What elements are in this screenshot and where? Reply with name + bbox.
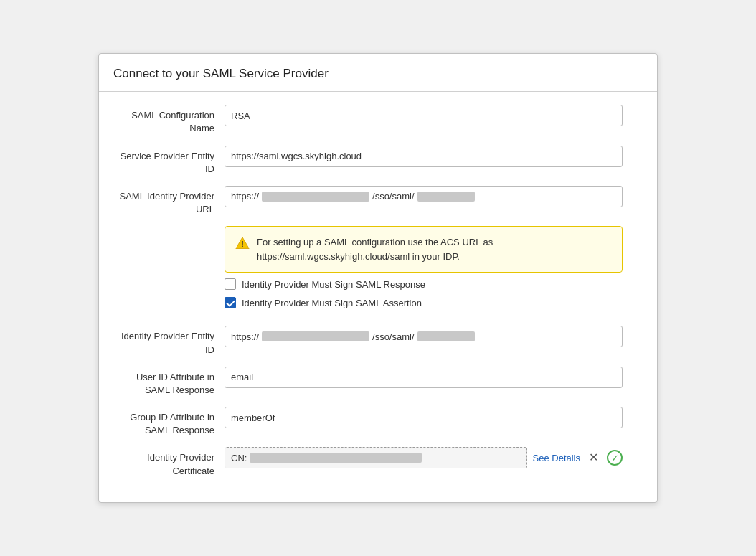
idp-entity-id-redacted-1 — [262, 331, 369, 341]
sign-response-checkbox[interactable] — [225, 278, 236, 290]
saml-idp-url-control: https:// /sso/saml/ — [225, 186, 623, 207]
see-details-link[interactable]: See Details — [533, 453, 580, 463]
idp-entity-id-label: Identity Provider Entity ID — [113, 326, 225, 356]
warning-label-spacer — [113, 226, 225, 230]
saml-config-name-label: SAML Configuration Name — [113, 105, 225, 135]
checkboxes-control: Identity Provider Must Sign SAML Respons… — [225, 278, 623, 316]
idp-cert-control: CN: See Details ✕ ✓ — [225, 447, 623, 468]
warning-control: ! For setting up a SAML configuration us… — [225, 226, 623, 275]
warning-row: ! For setting up a SAML configuration us… — [113, 226, 643, 275]
saml-config-name-row: SAML Configuration Name — [113, 105, 643, 135]
saml-idp-url-display: https:// /sso/saml/ — [225, 186, 623, 207]
checkboxes-label-spacer — [113, 278, 225, 283]
dialog-title: Connect to your SAML Service Provider — [113, 67, 643, 81]
idp-entity-id-control: https:// /sso/saml/ — [225, 326, 623, 347]
idp-cert-cn-prefix: CN: — [231, 453, 247, 463]
idp-cert-inner-row: CN: See Details ✕ ✓ — [225, 447, 623, 468]
cert-check-mark: ✓ — [611, 453, 619, 463]
sp-entity-id-input[interactable] — [225, 146, 623, 167]
group-id-attr-label: Group ID Attribute in SAML Response — [113, 407, 225, 437]
saml-dialog: Connect to your SAML Service Provider SA… — [98, 53, 658, 503]
user-id-attr-row: User ID Attribute in SAML Response — [113, 367, 643, 397]
idp-cert-display: CN: — [225, 447, 527, 468]
user-id-attr-control — [225, 367, 623, 388]
group-id-attr-control — [225, 407, 623, 428]
idp-entity-id-row: Identity Provider Entity ID https:// /ss… — [113, 326, 643, 356]
warning-box: ! For setting up a SAML configuration us… — [225, 226, 623, 273]
cert-success-icon: ✓ — [607, 450, 623, 466]
saml-idp-url-row: SAML Identity Provider URL https:// /sso… — [113, 186, 643, 216]
idp-entity-id-prefix: https:// — [231, 331, 259, 342]
dialog-header: Connect to your SAML Service Provider — [99, 54, 657, 92]
idp-entity-id-mid: /sso/saml/ — [372, 331, 415, 342]
idp-cert-label: Identity Provider Certificate — [113, 447, 225, 477]
group-id-attr-input[interactable] — [225, 407, 623, 428]
checkboxes-row: Identity Provider Must Sign SAML Respons… — [113, 278, 643, 316]
group-id-attr-row: Group ID Attribute in SAML Response — [113, 407, 643, 437]
saml-idp-url-mid: /sso/saml/ — [372, 191, 415, 202]
close-cert-button[interactable]: ✕ — [586, 451, 601, 465]
saml-idp-url-prefix: https:// — [231, 191, 259, 202]
warning-icon: ! — [235, 236, 250, 250]
sign-assertion-label: Identity Provider Must Sign SAML Asserti… — [242, 298, 422, 308]
sign-response-row: Identity Provider Must Sign SAML Respons… — [225, 278, 623, 290]
saml-config-name-control — [225, 105, 623, 126]
saml-config-name-input[interactable] — [225, 105, 623, 126]
sign-assertion-checkbox[interactable] — [225, 297, 236, 308]
warning-text: For setting up a SAML configuration use … — [257, 235, 612, 263]
sp-entity-id-label: Service Provider Entity ID — [113, 146, 225, 176]
dialog-body: SAML Configuration Name Service Provider… — [99, 92, 657, 502]
sign-response-label: Identity Provider Must Sign SAML Respons… — [242, 279, 425, 290]
svg-text:!: ! — [241, 240, 244, 248]
idp-entity-id-redacted-2 — [417, 331, 475, 341]
idp-entity-id-display: https:// /sso/saml/ — [225, 326, 623, 347]
saml-idp-url-label: SAML Identity Provider URL — [113, 186, 225, 216]
sp-entity-id-row: Service Provider Entity ID — [113, 146, 643, 176]
user-id-attr-input[interactable] — [225, 367, 623, 388]
user-id-attr-label: User ID Attribute in SAML Response — [113, 367, 225, 397]
sp-entity-id-control — [225, 146, 623, 167]
saml-idp-url-redacted-2 — [417, 192, 475, 202]
sign-assertion-row: Identity Provider Must Sign SAML Asserti… — [225, 297, 623, 308]
saml-idp-url-redacted-1 — [262, 192, 369, 202]
idp-cert-row: Identity Provider Certificate CN: See De… — [113, 447, 643, 477]
idp-cert-redacted — [250, 453, 422, 463]
